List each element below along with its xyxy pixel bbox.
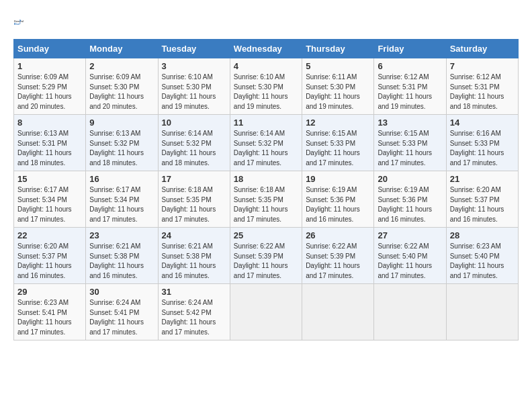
svg-text:General: General <box>14 20 24 23</box>
day-info: Sunrise: 6:18 AMSunset: 5:35 PMDaylight:… <box>234 185 298 224</box>
calendar-cell: 27 Sunrise: 6:22 AMSunset: 5:40 PMDaylig… <box>374 228 446 284</box>
day-number: 11 <box>234 118 298 128</box>
header-day-wednesday: Wednesday <box>230 40 302 58</box>
day-number: 24 <box>162 230 226 240</box>
day-number: 9 <box>89 118 154 128</box>
calendar-cell <box>446 284 518 340</box>
day-info: Sunrise: 6:22 AMSunset: 5:39 PMDaylight:… <box>234 242 298 281</box>
day-number: 10 <box>162 118 226 128</box>
calendar-cell: 5 Sunrise: 6:11 AMSunset: 5:30 PMDayligh… <box>302 58 374 115</box>
day-info: Sunrise: 6:16 AMSunset: 5:33 PMDaylight:… <box>450 129 515 168</box>
day-info: Sunrise: 6:09 AMSunset: 5:30 PMDaylight:… <box>89 73 154 111</box>
day-number: 26 <box>306 230 370 240</box>
day-number: 20 <box>378 174 442 184</box>
day-number: 21 <box>450 174 515 184</box>
day-number: 27 <box>378 230 442 240</box>
day-info: Sunrise: 6:21 AMSunset: 5:38 PMDaylight:… <box>89 242 154 281</box>
calendar-cell: 22 Sunrise: 6:20 AMSunset: 5:37 PMDaylig… <box>14 228 86 284</box>
header-day-saturday: Saturday <box>446 40 518 58</box>
day-info: Sunrise: 6:14 AMSunset: 5:32 PMDaylight:… <box>162 129 226 168</box>
day-info: Sunrise: 6:13 AMSunset: 5:31 PMDaylight:… <box>17 129 82 168</box>
day-number: 30 <box>89 287 154 297</box>
header-day-monday: Monday <box>86 40 158 58</box>
calendar-cell: 16 Sunrise: 6:17 AMSunset: 5:34 PMDaylig… <box>86 171 158 228</box>
calendar-cell: 21 Sunrise: 6:20 AMSunset: 5:37 PMDaylig… <box>446 171 518 228</box>
day-number: 3 <box>162 61 226 71</box>
calendar-cell: 29 Sunrise: 6:23 AMSunset: 5:41 PMDaylig… <box>14 284 86 340</box>
day-info: Sunrise: 6:10 AMSunset: 5:30 PMDaylight:… <box>234 73 298 111</box>
day-number: 6 <box>378 61 442 71</box>
calendar-cell: 13 Sunrise: 6:15 AMSunset: 5:33 PMDaylig… <box>374 115 446 171</box>
calendar-cell: 12 Sunrise: 6:15 AMSunset: 5:33 PMDaylig… <box>302 115 374 171</box>
calendar-cell: 1 Sunrise: 6:09 AMSunset: 5:29 PMDayligh… <box>14 58 86 115</box>
day-info: Sunrise: 6:23 AMSunset: 5:40 PMDaylight:… <box>450 242 515 281</box>
day-number: 22 <box>17 230 82 240</box>
calendar-cell <box>302 284 374 340</box>
header-day-tuesday: Tuesday <box>158 40 230 58</box>
day-info: Sunrise: 6:20 AMSunset: 5:37 PMDaylight:… <box>450 185 515 224</box>
header-day-sunday: Sunday <box>14 40 86 58</box>
calendar-cell <box>230 284 302 340</box>
calendar-cell: 26 Sunrise: 6:22 AMSunset: 5:39 PMDaylig… <box>302 228 374 284</box>
day-info: Sunrise: 6:17 AMSunset: 5:34 PMDaylight:… <box>17 185 82 224</box>
day-info: Sunrise: 6:11 AMSunset: 5:30 PMDaylight:… <box>306 73 370 111</box>
day-number: 1 <box>17 61 82 71</box>
page-header: General Blue <box>13 13 519 32</box>
header-row: SundayMondayTuesdayWednesdayThursdayFrid… <box>14 40 519 58</box>
calendar-cell: 11 Sunrise: 6:14 AMSunset: 5:32 PMDaylig… <box>230 115 302 171</box>
calendar-cell: 15 Sunrise: 6:17 AMSunset: 5:34 PMDaylig… <box>14 171 86 228</box>
day-number: 31 <box>162 287 226 297</box>
day-info: Sunrise: 6:21 AMSunset: 5:38 PMDaylight:… <box>162 242 226 281</box>
calendar-table: SundayMondayTuesdayWednesdayThursdayFrid… <box>13 39 519 340</box>
day-number: 8 <box>17 118 82 128</box>
calendar-week-row: 15 Sunrise: 6:17 AMSunset: 5:34 PMDaylig… <box>14 171 519 228</box>
day-info: Sunrise: 6:12 AMSunset: 5:31 PMDaylight:… <box>378 73 442 111</box>
day-info: Sunrise: 6:19 AMSunset: 5:36 PMDaylight:… <box>378 185 442 224</box>
day-info: Sunrise: 6:10 AMSunset: 5:30 PMDaylight:… <box>162 73 226 111</box>
calendar-cell: 6 Sunrise: 6:12 AMSunset: 5:31 PMDayligh… <box>374 58 446 115</box>
calendar-cell: 3 Sunrise: 6:10 AMSunset: 5:30 PMDayligh… <box>158 58 230 115</box>
day-number: 15 <box>17 174 82 184</box>
day-number: 25 <box>234 230 298 240</box>
day-number: 4 <box>234 61 298 71</box>
calendar-cell: 31 Sunrise: 6:24 AMSunset: 5:42 PMDaylig… <box>158 284 230 340</box>
day-info: Sunrise: 6:22 AMSunset: 5:40 PMDaylight:… <box>378 242 442 281</box>
day-info: Sunrise: 6:20 AMSunset: 5:37 PMDaylight:… <box>17 242 82 281</box>
calendar-cell: 20 Sunrise: 6:19 AMSunset: 5:36 PMDaylig… <box>374 171 446 228</box>
calendar-cell: 17 Sunrise: 6:18 AMSunset: 5:35 PMDaylig… <box>158 171 230 228</box>
calendar-cell: 9 Sunrise: 6:13 AMSunset: 5:32 PMDayligh… <box>86 115 158 171</box>
logo: General Blue <box>13 13 35 32</box>
calendar-cell: 19 Sunrise: 6:19 AMSunset: 5:36 PMDaylig… <box>302 171 374 228</box>
calendar-cell: 2 Sunrise: 6:09 AMSunset: 5:30 PMDayligh… <box>86 58 158 115</box>
day-number: 13 <box>378 118 442 128</box>
calendar-cell: 4 Sunrise: 6:10 AMSunset: 5:30 PMDayligh… <box>230 58 302 115</box>
calendar-cell: 25 Sunrise: 6:22 AMSunset: 5:39 PMDaylig… <box>230 228 302 284</box>
calendar-cell: 7 Sunrise: 6:12 AMSunset: 5:31 PMDayligh… <box>446 58 518 115</box>
day-info: Sunrise: 6:24 AMSunset: 5:42 PMDaylight:… <box>162 298 226 337</box>
day-info: Sunrise: 6:23 AMSunset: 5:41 PMDaylight:… <box>17 298 82 337</box>
day-info: Sunrise: 6:15 AMSunset: 5:33 PMDaylight:… <box>306 129 370 168</box>
calendar-cell: 14 Sunrise: 6:16 AMSunset: 5:33 PMDaylig… <box>446 115 518 171</box>
day-number: 12 <box>306 118 370 128</box>
calendar-week-row: 29 Sunrise: 6:23 AMSunset: 5:41 PMDaylig… <box>14 284 519 340</box>
day-info: Sunrise: 6:24 AMSunset: 5:41 PMDaylight:… <box>89 298 154 337</box>
day-number: 19 <box>306 174 370 184</box>
calendar-week-row: 1 Sunrise: 6:09 AMSunset: 5:29 PMDayligh… <box>14 58 519 115</box>
calendar-cell: 30 Sunrise: 6:24 AMSunset: 5:41 PMDaylig… <box>86 284 158 340</box>
day-number: 29 <box>17 287 82 297</box>
day-info: Sunrise: 6:14 AMSunset: 5:32 PMDaylight:… <box>234 129 298 168</box>
header-day-thursday: Thursday <box>302 40 374 58</box>
header-day-friday: Friday <box>374 40 446 58</box>
day-number: 16 <box>89 174 154 184</box>
svg-text:Blue: Blue <box>14 23 19 26</box>
calendar-cell: 23 Sunrise: 6:21 AMSunset: 5:38 PMDaylig… <box>86 228 158 284</box>
calendar-cell: 18 Sunrise: 6:18 AMSunset: 5:35 PMDaylig… <box>230 171 302 228</box>
day-info: Sunrise: 6:12 AMSunset: 5:31 PMDaylight:… <box>450 73 515 111</box>
calendar-week-row: 22 Sunrise: 6:20 AMSunset: 5:37 PMDaylig… <box>14 228 519 284</box>
day-info: Sunrise: 6:15 AMSunset: 5:33 PMDaylight:… <box>378 129 442 168</box>
day-info: Sunrise: 6:18 AMSunset: 5:35 PMDaylight:… <box>162 185 226 224</box>
calendar-cell: 24 Sunrise: 6:21 AMSunset: 5:38 PMDaylig… <box>158 228 230 284</box>
day-number: 14 <box>450 118 515 128</box>
day-info: Sunrise: 6:19 AMSunset: 5:36 PMDaylight:… <box>306 185 370 224</box>
day-number: 7 <box>450 61 515 71</box>
